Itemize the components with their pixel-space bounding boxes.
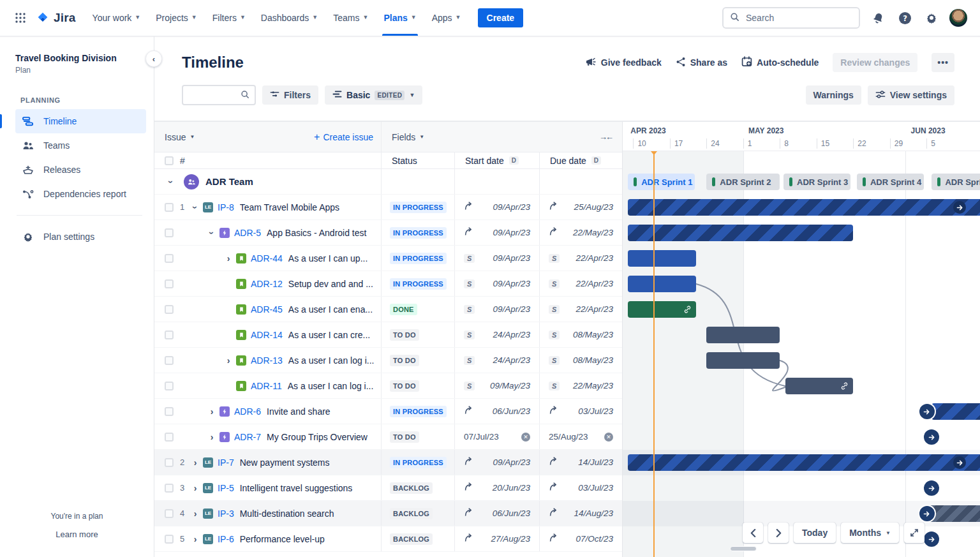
fullscreen-button[interactable] (904, 523, 924, 543)
chevron-right-icon[interactable]: › (205, 406, 218, 417)
collapse-fields-icon[interactable]: →← (599, 132, 614, 142)
issue-summary[interactable]: As a user I can ena... (288, 304, 379, 315)
status-badge[interactable]: TO DO (390, 431, 419, 443)
range-selector-button[interactable]: Months ▼ (841, 523, 899, 543)
issue-summary[interactable]: My Group Trips Overview (267, 432, 374, 442)
horizontal-scrollbar[interactable] (730, 546, 757, 551)
row-checkbox[interactable] (165, 509, 174, 518)
chevron-down-icon[interactable]: › (190, 201, 200, 214)
nav-item-your-work[interactable]: Your work▼ (85, 0, 149, 36)
today-button[interactable]: Today (794, 523, 836, 543)
issue-row-ip-8[interactable]: 1›LEIP-8Team Travel Mobile AppsIN PROGRE… (154, 195, 622, 220)
offscreen-bar-indicator-adr-6[interactable] (919, 404, 935, 419)
issue-summary[interactable]: App Basics - Android test (267, 228, 373, 238)
issue-row-adr-7[interactable]: ›ADR-7My Group Trips OverviewTO DO07/Jul… (154, 424, 622, 450)
issue-row-ip-3[interactable]: 4›LEIP-3Multi-destination searchBACKLOG0… (154, 501, 622, 526)
nav-item-dashboards[interactable]: Dashboards▼ (253, 0, 325, 36)
nav-item-plans[interactable]: Plans▼ (376, 0, 424, 36)
clear-date-icon[interactable]: ✕ (521, 433, 530, 442)
help-icon[interactable]: ? (896, 9, 914, 27)
offscreen-bar-indicator-adr-7[interactable] (924, 429, 939, 445)
select-all-checkbox[interactable] (165, 156, 174, 165)
status-badge[interactable]: IN PROGRESS (390, 227, 447, 239)
row-checkbox[interactable] (165, 228, 174, 237)
timeline-search[interactable] (182, 85, 256, 105)
row-checkbox[interactable] (165, 356, 174, 365)
issue-summary[interactable]: Team Travel Mobile Apps (240, 202, 346, 212)
issue-row-adr-6[interactable]: ›ADR-6Invite and shareIN PROGRESS06/Jun/… (154, 399, 622, 424)
nav-item-apps[interactable]: Apps▼ (424, 0, 469, 36)
sidebar-item-plan-settings[interactable]: Plan settings (15, 225, 146, 249)
share-as-button[interactable]: Share as (676, 57, 727, 69)
issue-row-adr-14[interactable]: ADR-14As a user I can cre...TO DOS24/Apr… (154, 322, 622, 348)
issue-row-adr-5[interactable]: ›ADR-5App Basics - Android testIN PROGRE… (154, 220, 622, 246)
view-selector-button[interactable]: Basic EDITED ▼ (325, 85, 422, 105)
status-badge[interactable]: TO DO (390, 355, 419, 366)
row-checkbox[interactable] (165, 330, 174, 339)
sidebar-item-teams[interactable]: Teams (15, 133, 146, 158)
status-badge[interactable]: DONE (390, 304, 417, 315)
row-checkbox[interactable] (165, 254, 174, 263)
issue-row-adr-44[interactable]: ›ADR-44As a user I can up...IN PROGRESSS… (154, 246, 622, 271)
issue-summary[interactable]: Invite and share (267, 406, 337, 417)
app-switcher-icon[interactable] (10, 8, 31, 28)
issue-summary[interactable]: As a user I can log i... (288, 355, 381, 366)
issue-key[interactable]: IP-3 (218, 509, 234, 519)
nav-item-teams[interactable]: Teams▼ (325, 0, 376, 36)
status-badge[interactable]: BACKLOG (390, 482, 433, 494)
gantt-bar-adr-14[interactable] (706, 327, 780, 343)
gantt-bar-adr-6[interactable] (932, 403, 980, 420)
row-checkbox[interactable] (165, 433, 174, 442)
chevron-down-icon[interactable]: › (166, 175, 176, 188)
clear-date-icon[interactable]: ✕ (604, 433, 613, 442)
create-button[interactable]: Create (478, 8, 524, 27)
issue-key[interactable]: ADR-45 (251, 304, 283, 315)
gantt-bar-adr-12[interactable] (628, 276, 696, 292)
issue-summary[interactable]: Multi-destination search (240, 509, 341, 519)
issue-row-ip-5[interactable]: 3›LEIP-5Intelligent travel suggestionsBA… (154, 475, 622, 501)
chevron-right-icon[interactable]: › (222, 253, 235, 264)
row-checkbox[interactable] (165, 305, 174, 314)
offscreen-bar-indicator-ip-5[interactable] (924, 480, 939, 496)
issue-row-ip-7[interactable]: 2›LEIP-7New payment systemsIN PROGRESS09… (154, 450, 622, 475)
offscreen-bar-indicator-ip-6[interactable] (924, 531, 939, 547)
status-badge[interactable]: TO DO (390, 380, 419, 392)
warnings-button[interactable]: Warnings (806, 85, 861, 105)
issue-row-adr-11[interactable]: ADR-11As a user I can log i...TO DOS09/M… (154, 373, 622, 399)
gantt-bar-adr-5[interactable] (628, 225, 853, 241)
issue-summary[interactable]: As a user I can cre... (288, 330, 376, 340)
team-row[interactable]: › ADR Team (154, 169, 622, 195)
offscreen-bar-indicator-ip-3[interactable] (919, 506, 935, 521)
status-badge[interactable]: IN PROGRESS (390, 278, 447, 290)
notifications-bell-icon[interactable] (869, 9, 887, 27)
jira-logo[interactable]: Jira (36, 11, 76, 25)
issue-key[interactable]: IP-5 (218, 483, 234, 493)
scroll-right-button[interactable] (768, 523, 789, 543)
give-feedback-button[interactable]: Give feedback (585, 57, 662, 69)
issue-summary[interactable]: New payment systems (240, 457, 336, 468)
gantt-bar-adr-11[interactable] (785, 378, 854, 394)
more-actions-button[interactable]: ••• (932, 53, 954, 72)
chevron-down-icon[interactable]: ▼ (419, 134, 424, 140)
status-badge[interactable]: TO DO (390, 329, 419, 341)
chevron-right-icon[interactable]: › (189, 509, 202, 519)
row-checkbox[interactable] (165, 382, 174, 390)
chevron-right-icon[interactable]: › (189, 534, 202, 544)
issue-key[interactable]: ADR-14 (251, 330, 283, 340)
user-avatar[interactable] (949, 9, 967, 27)
review-changes-button[interactable]: Review changes (833, 53, 917, 72)
scroll-left-button[interactable] (743, 523, 763, 543)
status-badge[interactable]: IN PROGRESS (390, 253, 447, 264)
issue-row-adr-45[interactable]: ADR-45As a user I can ena...DONES09/Apr/… (154, 297, 622, 322)
status-badge[interactable]: BACKLOG (390, 533, 433, 545)
row-checkbox[interactable] (165, 535, 174, 544)
view-settings-button[interactable]: View settings (868, 85, 954, 105)
chevron-down-icon[interactable]: › (207, 227, 217, 239)
issue-summary[interactable]: Performance level-up (240, 534, 331, 544)
global-search-input[interactable] (745, 12, 852, 24)
filters-button[interactable]: Filters (262, 85, 318, 105)
gantt-bar-ip-8[interactable] (628, 199, 980, 216)
issue-summary[interactable]: As a user I can log i... (288, 381, 380, 391)
gantt-bar-ip-7[interactable] (628, 454, 980, 471)
global-search[interactable] (722, 7, 860, 29)
